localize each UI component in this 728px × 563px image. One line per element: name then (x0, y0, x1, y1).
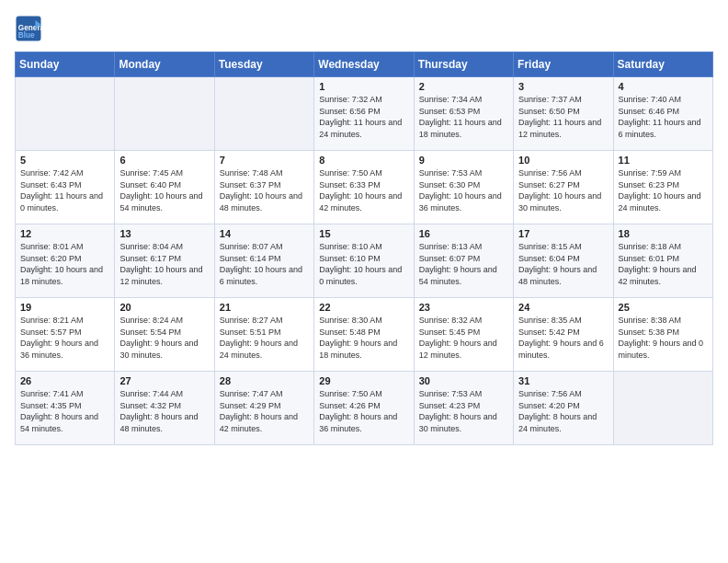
day-cell: 5Sunrise: 7:42 AMSunset: 6:43 PMDaylight… (16, 151, 115, 224)
day-number: 13 (119, 228, 209, 239)
day-cell: 13Sunrise: 8:04 AMSunset: 6:17 PMDayligh… (115, 224, 214, 298)
day-cell: 1Sunrise: 7:32 AMSunset: 6:56 PMDaylight… (314, 77, 414, 151)
day-info: Sunrise: 7:47 AMSunset: 4:29 PMDaylight:… (220, 388, 309, 434)
header: General Blue (15, 15, 713, 42)
day-cell (214, 77, 313, 151)
day-info: Sunrise: 8:13 AMSunset: 6:07 PMDaylight:… (419, 241, 508, 287)
day-info: Sunrise: 8:27 AMSunset: 5:51 PMDaylight:… (220, 315, 309, 361)
day-cell: 31Sunrise: 7:56 AMSunset: 4:20 PMDayligh… (514, 372, 613, 445)
day-number: 31 (518, 375, 608, 386)
week-row-2: 12Sunrise: 8:01 AMSunset: 6:20 PMDayligh… (16, 224, 713, 298)
day-number: 2 (419, 81, 508, 92)
header-cell-monday: Monday (115, 52, 214, 77)
calendar-body: 1Sunrise: 7:32 AMSunset: 6:56 PMDaylight… (16, 77, 713, 445)
day-number: 25 (619, 302, 708, 313)
day-info: Sunrise: 7:45 AMSunset: 6:40 PMDaylight:… (119, 167, 209, 213)
header-row: SundayMondayTuesdayWednesdayThursdayFrid… (16, 52, 713, 77)
header-cell-wednesday: Wednesday (314, 52, 414, 77)
day-info: Sunrise: 7:41 AMSunset: 4:35 PMDaylight:… (20, 388, 109, 434)
day-cell: 2Sunrise: 7:34 AMSunset: 6:53 PMDaylight… (414, 77, 513, 151)
day-cell: 9Sunrise: 7:53 AMSunset: 6:30 PMDaylight… (414, 151, 513, 224)
day-info: Sunrise: 8:35 AMSunset: 5:42 PMDaylight:… (518, 315, 608, 361)
week-row-1: 5Sunrise: 7:42 AMSunset: 6:43 PMDaylight… (16, 151, 713, 224)
day-number: 4 (619, 81, 708, 92)
svg-text:Blue: Blue (18, 31, 35, 40)
day-number: 15 (319, 228, 408, 239)
day-cell: 7Sunrise: 7:48 AMSunset: 6:37 PMDaylight… (214, 151, 313, 224)
calendar-table: SundayMondayTuesdayWednesdayThursdayFrid… (15, 52, 713, 445)
header-cell-thursday: Thursday (414, 52, 513, 77)
header-cell-saturday: Saturday (613, 52, 712, 77)
day-info: Sunrise: 7:56 AMSunset: 6:27 PMDaylight:… (518, 167, 608, 213)
day-cell (16, 77, 115, 151)
day-info: Sunrise: 8:18 AMSunset: 6:01 PMDaylight:… (619, 241, 708, 287)
day-cell: 21Sunrise: 8:27 AMSunset: 5:51 PMDayligh… (214, 298, 313, 372)
day-number: 10 (518, 155, 608, 166)
day-number: 19 (20, 302, 109, 313)
header-cell-friday: Friday (514, 52, 613, 77)
header-cell-tuesday: Tuesday (214, 52, 313, 77)
day-number: 24 (518, 302, 608, 313)
page-container: General Blue SundayMondayTuesdayWednesda… (0, 0, 728, 453)
day-info: Sunrise: 8:21 AMSunset: 5:57 PMDaylight:… (20, 315, 109, 361)
day-info: Sunrise: 7:37 AMSunset: 6:50 PMDaylight:… (518, 94, 608, 140)
day-info: Sunrise: 7:42 AMSunset: 6:43 PMDaylight:… (20, 167, 109, 213)
day-number: 12 (20, 228, 109, 239)
day-info: Sunrise: 7:48 AMSunset: 6:37 PMDaylight:… (220, 167, 309, 213)
day-cell: 23Sunrise: 8:32 AMSunset: 5:45 PMDayligh… (414, 298, 513, 372)
header-cell-sunday: Sunday (16, 52, 115, 77)
logo: General Blue (15, 15, 44, 42)
day-number: 1 (319, 81, 408, 92)
day-info: Sunrise: 8:24 AMSunset: 5:54 PMDaylight:… (119, 315, 209, 361)
day-cell (115, 77, 214, 151)
week-row-4: 26Sunrise: 7:41 AMSunset: 4:35 PMDayligh… (16, 372, 713, 445)
day-cell: 30Sunrise: 7:53 AMSunset: 4:23 PMDayligh… (414, 372, 513, 445)
day-info: Sunrise: 7:32 AMSunset: 6:56 PMDaylight:… (319, 94, 408, 140)
day-number: 6 (119, 155, 209, 166)
day-number: 21 (220, 302, 309, 313)
day-info: Sunrise: 8:15 AMSunset: 6:04 PMDaylight:… (518, 241, 608, 287)
day-info: Sunrise: 7:59 AMSunset: 6:23 PMDaylight:… (619, 167, 708, 213)
day-info: Sunrise: 7:40 AMSunset: 6:46 PMDaylight:… (619, 94, 708, 140)
day-cell: 15Sunrise: 8:10 AMSunset: 6:10 PMDayligh… (314, 224, 414, 298)
day-cell: 18Sunrise: 8:18 AMSunset: 6:01 PMDayligh… (613, 224, 712, 298)
day-number: 7 (220, 155, 309, 166)
day-info: Sunrise: 8:30 AMSunset: 5:48 PMDaylight:… (319, 315, 408, 361)
day-number: 14 (220, 228, 309, 239)
day-cell: 6Sunrise: 7:45 AMSunset: 6:40 PMDaylight… (115, 151, 214, 224)
week-row-0: 1Sunrise: 7:32 AMSunset: 6:56 PMDaylight… (16, 77, 713, 151)
day-cell: 11Sunrise: 7:59 AMSunset: 6:23 PMDayligh… (613, 151, 712, 224)
day-cell: 16Sunrise: 8:13 AMSunset: 6:07 PMDayligh… (414, 224, 513, 298)
day-info: Sunrise: 7:44 AMSunset: 4:32 PMDaylight:… (119, 388, 209, 434)
day-cell: 26Sunrise: 7:41 AMSunset: 4:35 PMDayligh… (16, 372, 115, 445)
day-number: 16 (419, 228, 508, 239)
day-info: Sunrise: 7:50 AMSunset: 4:26 PMDaylight:… (319, 388, 408, 434)
day-number: 5 (20, 155, 109, 166)
day-number: 20 (119, 302, 209, 313)
day-cell: 22Sunrise: 8:30 AMSunset: 5:48 PMDayligh… (314, 298, 414, 372)
week-row-3: 19Sunrise: 8:21 AMSunset: 5:57 PMDayligh… (16, 298, 713, 372)
day-cell: 25Sunrise: 8:38 AMSunset: 5:38 PMDayligh… (613, 298, 712, 372)
day-info: Sunrise: 7:50 AMSunset: 6:33 PMDaylight:… (319, 167, 408, 213)
day-info: Sunrise: 8:01 AMSunset: 6:20 PMDaylight:… (20, 241, 109, 287)
calendar-header: SundayMondayTuesdayWednesdayThursdayFrid… (16, 52, 713, 77)
day-cell: 14Sunrise: 8:07 AMSunset: 6:14 PMDayligh… (214, 224, 313, 298)
day-cell: 28Sunrise: 7:47 AMSunset: 4:29 PMDayligh… (214, 372, 313, 445)
day-cell: 27Sunrise: 7:44 AMSunset: 4:32 PMDayligh… (115, 372, 214, 445)
day-cell: 20Sunrise: 8:24 AMSunset: 5:54 PMDayligh… (115, 298, 214, 372)
day-number: 22 (319, 302, 408, 313)
day-cell: 19Sunrise: 8:21 AMSunset: 5:57 PMDayligh… (16, 298, 115, 372)
day-number: 18 (619, 228, 708, 239)
day-cell: 12Sunrise: 8:01 AMSunset: 6:20 PMDayligh… (16, 224, 115, 298)
day-number: 28 (220, 375, 309, 386)
day-info: Sunrise: 7:34 AMSunset: 6:53 PMDaylight:… (419, 94, 508, 140)
day-info: Sunrise: 8:32 AMSunset: 5:45 PMDaylight:… (419, 315, 508, 361)
day-number: 26 (20, 375, 109, 386)
day-number: 9 (419, 155, 508, 166)
day-number: 27 (119, 375, 209, 386)
logo-icon: General Blue (15, 15, 42, 42)
day-number: 23 (419, 302, 508, 313)
day-cell: 24Sunrise: 8:35 AMSunset: 5:42 PMDayligh… (514, 298, 613, 372)
day-cell (613, 372, 712, 445)
day-number: 11 (619, 155, 708, 166)
